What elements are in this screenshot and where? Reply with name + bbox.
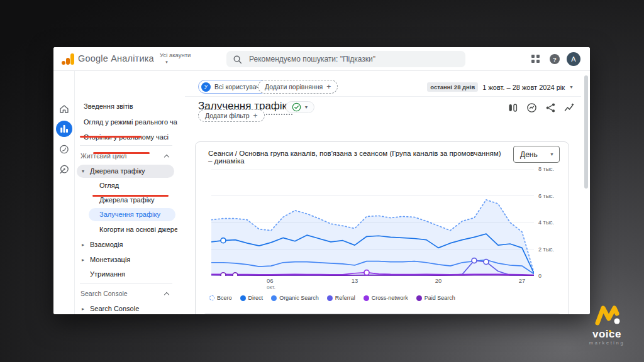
account-switcher-label: Усі акаунти (160, 52, 191, 58)
reports-icon-active[interactable] (56, 121, 72, 137)
account-dropdown-icon: ▼ (165, 59, 191, 66)
legend-dot-icon (416, 295, 422, 301)
y-tick-label: 8 тыс. (538, 166, 554, 172)
add-comparison-label: Додати порівняння (265, 83, 323, 90)
expand-arrow-icon: ▸ (82, 239, 84, 251)
collapse-section-icon (164, 155, 169, 160)
header-divider (185, 96, 581, 97)
data-point-marker[interactable] (364, 270, 369, 275)
search-input[interactable] (248, 54, 459, 64)
plus-icon: + (253, 111, 258, 120)
sidebar-item-realtime-overview[interactable]: Огляд у режимі реального часу (75, 116, 177, 128)
voice-logo-mark-icon (593, 303, 621, 327)
sidebar-item-retention[interactable]: Утримання (75, 268, 177, 280)
product-title: Google Аналітика (78, 53, 154, 63)
sidebar-item-overview[interactable]: Огляд (75, 180, 177, 192)
y-tick-label: 4 тыс. (538, 219, 554, 226)
legend-label: Cross-network (372, 295, 408, 301)
share-icon[interactable] (545, 102, 556, 113)
home-icon[interactable] (58, 104, 69, 114)
nav-divider (80, 145, 172, 146)
sidebar-item-engagement[interactable]: ▸ Взаємодія (75, 239, 177, 251)
status-dropdown-icon: ▼ (304, 105, 309, 109)
edit-comparisons-icon[interactable] (508, 102, 518, 113)
legend-item: Organic Search (271, 295, 319, 301)
granularity-dropdown-icon: ▼ (550, 152, 554, 156)
data-point-marker[interactable] (484, 260, 489, 265)
traffic-chart-svg (211, 169, 534, 276)
sidebar-item-traffic-acquisition-selected[interactable]: Залучення трафіку (75, 209, 177, 221)
legend-label: Direct (248, 295, 264, 301)
sidebar-item-traffic-sources-parent[interactable]: ▾ Джерела трафіку (75, 165, 177, 177)
vertical-scrollbar[interactable] (584, 75, 588, 189)
icon-rail: ⚙ (53, 71, 75, 314)
date-range-label: 1 жовт. – 28 жовт 2024 рік (482, 84, 565, 91)
sidebar-item-cohorts[interactable]: Когорти на основі джерел... (75, 224, 177, 236)
annotation-underline-traffic-acquisition (92, 195, 169, 197)
x-tick-label: 06окт. (267, 278, 275, 290)
date-range-picker[interactable]: останні 28 днів 1 жовт. – 28 жовт 2024 р… (427, 82, 574, 92)
app-top-bar: Google Аналітика Усі акаунти ▼ ? A (53, 47, 590, 71)
collapse-section-icon (164, 292, 169, 297)
data-point-marker[interactable] (233, 273, 238, 276)
x-tick-label: 20 (435, 278, 442, 284)
granularity-select[interactable]: День ▼ (513, 146, 560, 163)
data-point-marker[interactable] (221, 238, 226, 243)
chart-legend: ВсегоDirectOrganic SearchReferralCross-n… (209, 295, 455, 301)
legend-dot-icon (271, 295, 277, 301)
voice-logo-text: voice (580, 329, 634, 339)
y-tick-label: 0 (538, 273, 541, 279)
all-users-label: Всі користувачі (214, 83, 261, 90)
sidebar-item-monetization[interactable]: ▸ Монетизація (75, 254, 177, 266)
search-icon (233, 55, 242, 64)
legend-dot-icon (364, 295, 369, 301)
date-preset-badge: останні 28 днів (427, 82, 478, 92)
segment-avatar: У (201, 82, 211, 92)
y-tick-label: 2 тыс. (538, 246, 554, 253)
sidebar-item-reports-snapshot[interactable]: Зведення звітів (75, 101, 177, 112)
expand-arrow-icon: ▸ (82, 254, 84, 266)
add-filter-label: Додати фільтр (205, 112, 250, 119)
insights-icon[interactable] (526, 102, 537, 113)
account-switcher[interactable]: Усі акаунти ▼ (160, 52, 191, 66)
add-comparison-chip[interactable]: Додати порівняння + (258, 80, 338, 94)
voice-marketing-logo: voice marketing (580, 303, 634, 346)
search-bar[interactable] (226, 51, 465, 67)
trends-sparkline-icon[interactable] (564, 102, 575, 113)
add-filter-chip[interactable]: Додати фільтр + (198, 109, 265, 122)
annotation-underline-traffic-sources (93, 152, 150, 154)
legend-label: Referral (335, 295, 355, 301)
legend-item: Paid Search (416, 295, 455, 301)
legend-item: Всего (209, 295, 232, 301)
data-point-marker[interactable] (472, 258, 477, 263)
legend-label: Всего (217, 295, 232, 301)
annotation-underline-lifecycle (80, 136, 142, 138)
x-axis-labels: 06окт.132027 (211, 278, 534, 292)
section-header-search-console[interactable]: Search Console (75, 288, 177, 300)
legend-dot-icon (240, 295, 246, 301)
apps-grid-icon[interactable] (531, 55, 540, 63)
legend-label: Organic Search (279, 295, 319, 301)
plus-icon: + (326, 82, 331, 91)
y-tick-label: 6 тыс. (538, 193, 554, 199)
y-axis-labels: 02 тыс.4 тыс.6 тыс.8 тыс. (538, 169, 567, 276)
legend-dot-icon (327, 295, 333, 301)
sidebar-item-search-console[interactable]: ▸ Search Console (75, 303, 177, 314)
nav-divider (80, 283, 172, 284)
data-table-top-edge (203, 313, 561, 314)
data-point-marker[interactable] (221, 273, 226, 276)
series-line-paid-search (211, 275, 534, 276)
expand-arrow-icon: ▸ (82, 303, 84, 314)
analytics-window: Google Аналітика Усі акаунти ▼ ? A (53, 47, 590, 314)
nav-drawer: Зведення звітів Огляд у режимі реального… (75, 71, 177, 314)
granularity-value: День (520, 150, 550, 159)
help-icon[interactable]: ? (550, 54, 560, 64)
report-area: У Всі користувачі Додати порівняння + ос… (177, 71, 590, 314)
advertising-icon[interactable] (58, 164, 69, 175)
check-circle-icon (292, 102, 301, 112)
explore-icon[interactable] (58, 144, 69, 155)
report-status-control[interactable]: ▼ (286, 101, 314, 113)
avatar[interactable]: A (567, 52, 580, 66)
google-analytics-logo-icon (61, 53, 75, 65)
desktop-background: Google Аналітика Усі акаунти ▼ ? A (0, 0, 644, 362)
